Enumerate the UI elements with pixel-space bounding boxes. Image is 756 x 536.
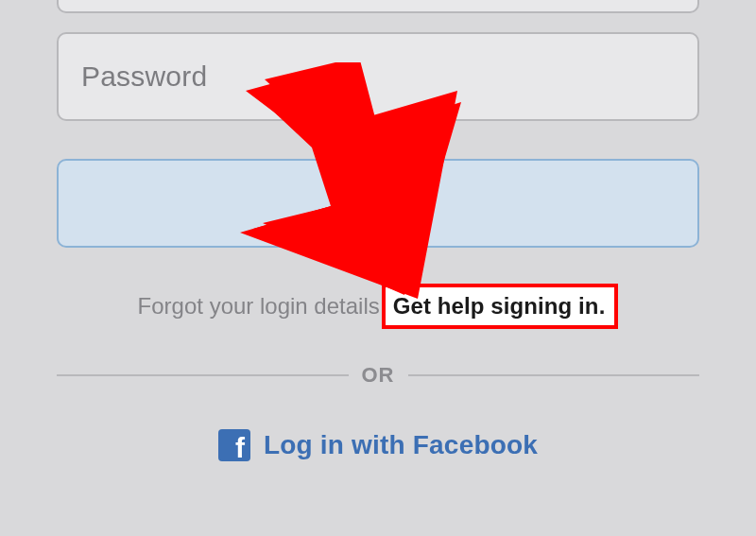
facebook-login-row: Log in with Facebook — [57, 429, 699, 465]
login-button-wrapper — [57, 159, 699, 248]
password-field[interactable] — [57, 32, 699, 121]
facebook-icon — [218, 429, 250, 461]
forgot-row: Forgot your login details Get help signi… — [57, 284, 699, 329]
password-input[interactable] — [59, 34, 697, 119]
facebook-login-button[interactable]: Log in with Facebook — [218, 429, 538, 461]
or-divider: OR — [57, 363, 699, 388]
login-button[interactable] — [57, 159, 699, 248]
help-signing-in-link[interactable]: Get help signing in. — [393, 293, 606, 319]
login-screen: Forgot your login details Get help signi… — [0, 0, 756, 536]
password-field-wrapper — [57, 32, 699, 121]
username-field-partial[interactable] — [57, 0, 699, 13]
divider-line-left — [57, 374, 349, 376]
facebook-login-label: Log in with Facebook — [264, 430, 538, 460]
divider-line-right — [408, 374, 700, 376]
forgot-prompt: Forgot your login details — [138, 293, 380, 320]
help-signing-in-highlight: Get help signing in. — [382, 284, 619, 329]
or-label: OR — [362, 363, 395, 388]
